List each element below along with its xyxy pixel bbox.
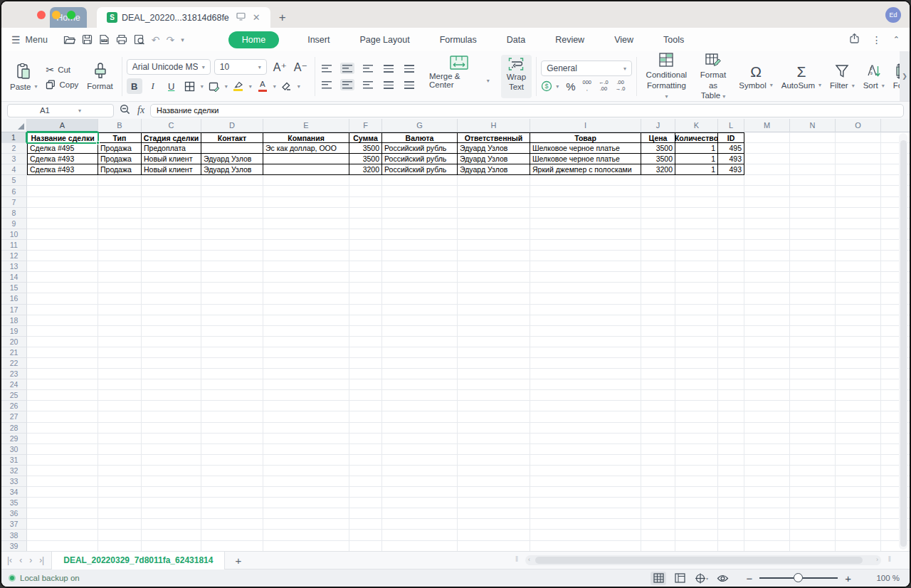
cell-O6[interactable]	[836, 186, 881, 196]
format-as-table-button[interactable]: Format asTable ▾	[692, 55, 735, 98]
cell-N39[interactable]	[790, 541, 836, 551]
cell-B5[interactable]	[98, 175, 142, 186]
cell-D28[interactable]	[201, 423, 263, 434]
cell-C13[interactable]	[142, 261, 201, 272]
cell-N36[interactable]	[790, 508, 836, 519]
cell-J2[interactable]: 3500	[641, 143, 675, 154]
cell-K30[interactable]	[675, 444, 718, 455]
cell-L17[interactable]	[718, 305, 744, 315]
cell-M5[interactable]	[744, 175, 790, 186]
cell-B21[interactable]	[98, 347, 142, 358]
cell-H23[interactable]	[458, 369, 530, 379]
cell-J8[interactable]	[641, 208, 675, 219]
decrease-indent-button[interactable]	[381, 63, 396, 74]
bold-button[interactable]: B	[127, 78, 142, 94]
cell-B11[interactable]	[98, 240, 142, 251]
font-color-button[interactable]: A	[255, 78, 270, 94]
cell-E23[interactable]	[263, 369, 349, 379]
cell-G37[interactable]	[382, 519, 458, 530]
cell-O12[interactable]	[836, 251, 881, 261]
cell-D38[interactable]	[201, 530, 263, 540]
row-header-23[interactable]: 23	[1, 369, 27, 379]
row-header-36[interactable]: 36	[1, 508, 27, 519]
cell-D7[interactable]	[201, 197, 263, 208]
name-box[interactable]: A1▾	[7, 104, 114, 117]
zoom-window-button[interactable]	[67, 11, 75, 19]
zoom-slider-handle[interactable]	[794, 573, 803, 582]
autosum-button[interactable]: Σ AutoSum▾	[777, 55, 826, 98]
shading-button[interactable]	[206, 78, 222, 94]
cell-M18[interactable]	[744, 315, 790, 326]
cell-M9[interactable]	[744, 219, 790, 229]
cell-I9[interactable]	[530, 219, 641, 229]
cell-D12[interactable]	[201, 251, 263, 261]
cell-L15[interactable]	[718, 283, 744, 293]
row-header-9[interactable]: 9	[1, 219, 27, 229]
cell-C24[interactable]	[142, 379, 201, 390]
cell-F22[interactable]	[349, 358, 382, 369]
cell-D8[interactable]	[201, 208, 263, 219]
cell-J27[interactable]	[641, 411, 675, 422]
cell-N16[interactable]	[790, 293, 836, 304]
cell-N38[interactable]	[790, 530, 836, 540]
cell-B22[interactable]	[98, 358, 142, 369]
cell-J10[interactable]	[641, 229, 675, 240]
cell-F19[interactable]	[349, 326, 382, 337]
cell-O16[interactable]	[836, 293, 881, 304]
cell-A1[interactable]: Название сделки	[27, 132, 98, 143]
cell-J13[interactable]	[641, 261, 675, 272]
cell-E7[interactable]	[263, 197, 349, 208]
cell-N27[interactable]	[790, 411, 836, 422]
cell-O13[interactable]	[836, 261, 881, 272]
cell-E39[interactable]	[263, 541, 349, 551]
cell-K24[interactable]	[675, 379, 718, 390]
print-icon[interactable]	[116, 34, 127, 45]
column-header-D[interactable]: D	[201, 119, 263, 132]
cell-B35[interactable]	[98, 498, 142, 508]
cell-C31[interactable]	[142, 455, 201, 466]
cell-A24[interactable]	[27, 379, 98, 390]
cell-A29[interactable]	[27, 434, 98, 444]
cell-L12[interactable]	[718, 251, 744, 261]
cell-C36[interactable]	[142, 508, 201, 519]
cell-F27[interactable]	[349, 411, 382, 422]
cell-H24[interactable]	[458, 379, 530, 390]
cell-H22[interactable]	[458, 358, 530, 369]
filter-button[interactable]: Filter▾	[826, 55, 859, 98]
cell-I30[interactable]	[530, 444, 641, 455]
cell-C30[interactable]	[142, 444, 201, 455]
cell-E35[interactable]	[263, 498, 349, 508]
cell-N21[interactable]	[790, 347, 836, 358]
cell-G33[interactable]	[382, 476, 458, 487]
cell-B17[interactable]	[98, 305, 142, 315]
cell-E15[interactable]	[263, 283, 349, 293]
cell-A4[interactable]: Сделка #493	[27, 164, 98, 175]
cell-G20[interactable]	[382, 337, 458, 347]
cell-D32[interactable]	[201, 466, 263, 476]
cell-D30[interactable]	[201, 444, 263, 455]
cell-A35[interactable]	[27, 498, 98, 508]
cell-L25[interactable]	[718, 390, 744, 401]
cell-J31[interactable]	[641, 455, 675, 466]
cell-M29[interactable]	[744, 434, 790, 444]
active-sheet-tab[interactable]: DEAL_20220329_7d8011fa_62431814	[51, 552, 225, 569]
cell-O18[interactable]	[836, 315, 881, 326]
cell-L30[interactable]	[718, 444, 744, 455]
cell-C28[interactable]	[142, 423, 201, 434]
cell-J11[interactable]	[641, 240, 675, 251]
row-header-18[interactable]: 18	[1, 315, 27, 326]
cell-L27[interactable]	[718, 411, 744, 422]
cell-J23[interactable]	[641, 369, 675, 379]
cell-O21[interactable]	[836, 347, 881, 358]
cell-N29[interactable]	[790, 434, 836, 444]
cell-K20[interactable]	[675, 337, 718, 347]
cell-C21[interactable]	[142, 347, 201, 358]
cell-N30[interactable]	[790, 444, 836, 455]
cell-I8[interactable]	[530, 208, 641, 219]
cell-M21[interactable]	[744, 347, 790, 358]
cell-J29[interactable]	[641, 434, 675, 444]
cell-O20[interactable]	[836, 337, 881, 347]
cell-O35[interactable]	[836, 498, 881, 508]
cell-C39[interactable]	[142, 541, 201, 551]
cell-C3[interactable]: Новый клиент	[142, 154, 201, 164]
